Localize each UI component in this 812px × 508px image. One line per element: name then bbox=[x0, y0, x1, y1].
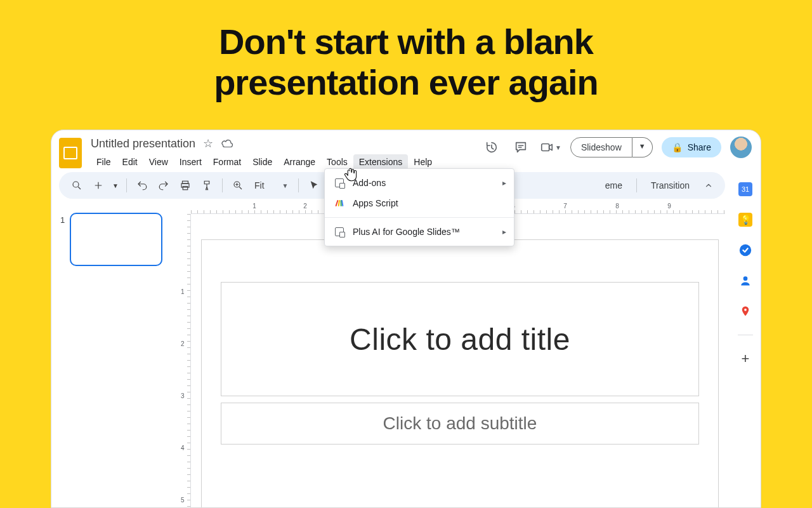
meet-button[interactable]: ▼ bbox=[540, 140, 561, 154]
svg-rect-4 bbox=[183, 187, 188, 190]
slide-thumbnail[interactable] bbox=[70, 213, 162, 266]
title-placeholder[interactable]: Click to add title bbox=[221, 282, 699, 396]
addon-icon bbox=[334, 178, 345, 187]
transition-button[interactable]: Transition bbox=[651, 180, 690, 190]
thumbnail-panel: 1 bbox=[51, 206, 178, 507]
menu-help[interactable]: Help bbox=[408, 154, 438, 170]
menu-edit[interactable]: Edit bbox=[117, 154, 143, 170]
vertical-ruler: 1 2 3 4 5 bbox=[178, 214, 191, 507]
account-avatar[interactable] bbox=[730, 137, 752, 158]
addons-plus-icon[interactable]: + bbox=[738, 352, 752, 366]
search-icon[interactable] bbox=[68, 177, 86, 194]
menu-separator bbox=[325, 217, 514, 218]
tasks-icon[interactable] bbox=[738, 243, 752, 257]
promo-headline-line2: presentation ever again bbox=[214, 62, 598, 102]
menu-item-apps-script[interactable]: Apps Script bbox=[325, 193, 514, 213]
slides-logo-icon[interactable] bbox=[59, 138, 82, 168]
menu-item-apps-script-label: Apps Script bbox=[353, 198, 398, 208]
maps-icon[interactable] bbox=[738, 304, 752, 318]
promo-headline: Don't start with a blank presentation ev… bbox=[0, 0, 812, 119]
share-label: Share bbox=[688, 142, 711, 152]
paint-format-button[interactable] bbox=[198, 177, 216, 194]
extensions-menu: Add-ons ▸ Apps Script Plus AI for Google… bbox=[324, 168, 514, 246]
redo-button[interactable] bbox=[155, 177, 173, 194]
menu-tools[interactable]: Tools bbox=[321, 154, 353, 170]
side-panel: 31 💡 + bbox=[730, 172, 761, 507]
google-slides-window: Untitled presentation ☆ File Edit View I… bbox=[51, 130, 761, 508]
zoom-select[interactable]: Fit ▼ bbox=[251, 180, 292, 190]
calendar-icon[interactable]: 31 bbox=[738, 182, 752, 196]
new-slide-button[interactable] bbox=[89, 177, 107, 194]
menu-insert[interactable]: Insert bbox=[174, 154, 207, 170]
menu-item-plus-ai[interactable]: Plus AI for Google Slides™ ▸ bbox=[325, 222, 514, 242]
slide-canvas[interactable]: Click to add title Click to add subtitle bbox=[201, 239, 719, 508]
submenu-arrow-icon: ▸ bbox=[502, 178, 506, 187]
zoom-value: Fit bbox=[254, 180, 265, 190]
cloud-status-icon[interactable] bbox=[221, 138, 233, 149]
star-icon[interactable]: ☆ bbox=[203, 138, 213, 149]
menu-extensions[interactable]: Extensions bbox=[353, 154, 408, 170]
titlebar: Untitled presentation ☆ File Edit View I… bbox=[51, 130, 761, 168]
menu-format[interactable]: Format bbox=[207, 154, 247, 170]
print-button[interactable] bbox=[176, 177, 194, 194]
share-button[interactable]: 🔒 Share bbox=[662, 137, 721, 157]
promo-headline-line1: Don't start with a blank bbox=[219, 22, 593, 62]
select-tool[interactable] bbox=[305, 177, 323, 194]
menu-arrange[interactable]: Arrange bbox=[278, 154, 321, 170]
menu-item-addons-label: Add-ons bbox=[353, 178, 386, 188]
theme-label-partial[interactable]: eme bbox=[605, 180, 622, 190]
submenu-arrow-icon: ▸ bbox=[502, 227, 506, 236]
apps-script-icon bbox=[334, 198, 345, 208]
side-panel-divider bbox=[738, 335, 753, 335]
menubar: File Edit View Insert Format Slide Arran… bbox=[91, 154, 438, 170]
slideshow-dropdown[interactable]: ▼ bbox=[632, 137, 653, 157]
svg-point-10 bbox=[743, 276, 748, 281]
slideshow-button[interactable]: Slideshow bbox=[570, 137, 632, 157]
caret-down-icon: ▼ bbox=[282, 182, 289, 189]
history-icon[interactable] bbox=[481, 137, 502, 157]
menu-item-plus-ai-label: Plus AI for Google Slides™ bbox=[353, 227, 460, 237]
lock-icon: 🔒 bbox=[672, 142, 683, 152]
new-slide-dropdown[interactable]: ▼ bbox=[111, 177, 120, 194]
document-title[interactable]: Untitled presentation bbox=[91, 137, 195, 150]
menu-slide[interactable]: Slide bbox=[247, 154, 278, 170]
thumbnail-index: 1 bbox=[60, 213, 65, 225]
subtitle-placeholder[interactable]: Click to add subtitle bbox=[221, 403, 699, 444]
keep-icon[interactable]: 💡 bbox=[738, 213, 752, 227]
caret-down-icon: ▼ bbox=[555, 144, 561, 151]
addon-icon bbox=[334, 227, 345, 236]
canvas-area[interactable]: Click to add title Click to add subtitle bbox=[191, 214, 725, 507]
svg-rect-0 bbox=[542, 144, 549, 151]
menu-file[interactable]: File bbox=[91, 154, 117, 170]
undo-button[interactable] bbox=[133, 177, 151, 194]
svg-point-1 bbox=[73, 182, 79, 187]
zoom-icon[interactable] bbox=[229, 177, 247, 194]
comments-icon[interactable] bbox=[511, 137, 531, 157]
collapse-toolbar-icon[interactable] bbox=[701, 178, 716, 193]
svg-point-11 bbox=[744, 309, 747, 311]
menu-item-addons[interactable]: Add-ons ▸ bbox=[325, 173, 514, 193]
contacts-icon[interactable] bbox=[738, 274, 752, 288]
menu-view[interactable]: View bbox=[143, 154, 174, 170]
